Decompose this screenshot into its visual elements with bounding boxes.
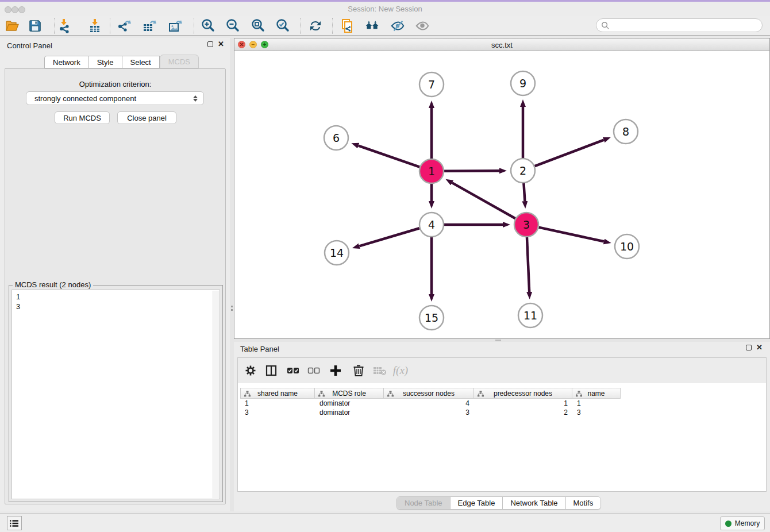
table-cell[interactable]: 1 <box>474 399 572 408</box>
zoom-selected-icon[interactable] <box>275 18 290 33</box>
network-window-titlebar[interactable]: ✕ − + scc.txt <box>234 38 769 51</box>
graph-node-label-6: 6 <box>333 132 340 144</box>
table-cell[interactable]: 1 <box>240 399 315 408</box>
network-view[interactable]: 7968124314101511 <box>234 51 769 338</box>
tab-node-table[interactable]: Node Table <box>397 497 450 509</box>
table-cell[interactable]: dominator <box>315 408 384 417</box>
duplicate-network-icon[interactable] <box>340 18 355 33</box>
table-cell[interactable]: 3 <box>572 408 621 417</box>
table-row[interactable]: 3dominator323 <box>240 408 621 417</box>
export-table-icon[interactable] <box>142 18 157 33</box>
table-cell[interactable]: 4 <box>384 399 474 408</box>
table-cell[interactable]: 1 <box>572 399 621 408</box>
tab-mcds[interactable]: MCDS <box>160 55 199 68</box>
close-panel-icon[interactable]: ✕ <box>218 41 224 47</box>
tab-edge-table[interactable]: Edge Table <box>450 497 503 509</box>
memory-button[interactable]: Memory <box>720 516 765 530</box>
graph-node-label-8: 8 <box>622 125 629 138</box>
zoom-fit-icon[interactable] <box>251 18 265 33</box>
memory-label: Memory <box>735 519 760 527</box>
vertical-splitter[interactable] <box>230 38 234 511</box>
network-window-title: scc.txt <box>234 41 769 49</box>
graph-edge-4-14[interactable] <box>359 228 419 246</box>
column-header-MCDS-role[interactable]: MCDS role <box>315 388 384 399</box>
graph-edge-3-11[interactable] <box>527 237 529 292</box>
task-history-button[interactable] <box>7 516 22 530</box>
graph-edge-1-2[interactable] <box>444 171 499 171</box>
toolbar-separator <box>194 18 194 34</box>
import-network-icon[interactable] <box>57 18 72 33</box>
float-panel-icon[interactable] <box>207 41 213 47</box>
column-header-predecessor-nodes[interactable]: predecessor nodes <box>474 388 572 399</box>
mcds-result-group: MCDS result (2 nodes) 1 3 <box>9 285 223 502</box>
mcds-result-textarea[interactable]: 1 3 <box>11 290 220 499</box>
float-table-panel-icon[interactable] <box>746 345 752 350</box>
graph-node-label-10: 10 <box>620 240 634 253</box>
deselect-all-icon[interactable] <box>306 363 321 378</box>
search-box[interactable] <box>596 18 763 32</box>
search-input[interactable] <box>610 21 762 30</box>
table-row[interactable]: 1dominator411 <box>240 399 621 408</box>
graph-node-label-3: 3 <box>523 218 530 231</box>
tab-motifs[interactable]: Motifs <box>565 497 601 509</box>
select-all-icon[interactable] <box>286 363 301 378</box>
delete-table-icon <box>372 363 387 378</box>
network-window: ✕ − + scc.txt 7968124314101511 <box>234 38 770 339</box>
graph-edge-2-8[interactable] <box>535 140 604 167</box>
control-panel-title: Control Panel <box>7 41 52 50</box>
app-titlebar: Session: New Session <box>0 2 770 16</box>
add-column-icon[interactable] <box>328 363 343 378</box>
mcds-result-title: MCDS result (2 nodes) <box>13 280 93 289</box>
table-settings-icon[interactable] <box>243 363 258 378</box>
graph-node-label-11: 11 <box>523 309 537 322</box>
run-mcds-button[interactable]: Run MCDS <box>55 111 110 124</box>
graph-edge-3-10[interactable] <box>538 228 603 242</box>
search-icon <box>601 21 610 30</box>
node-table-body: 1dominator4113dominator323 <box>240 399 621 417</box>
graph-node-label-9: 9 <box>519 77 526 90</box>
node-table[interactable]: shared nameMCDS rolesuccessor nodesprede… <box>240 388 621 417</box>
graph-edge-2-3[interactable] <box>523 183 525 201</box>
show-all-icon[interactable] <box>415 18 430 33</box>
zoom-in-icon[interactable] <box>201 18 215 33</box>
column-header-shared-name[interactable]: shared name <box>240 388 315 399</box>
column-header-name[interactable]: name <box>572 388 621 399</box>
network-graph: 7968124314101511 <box>234 51 769 338</box>
table-cell[interactable]: dominator <box>315 399 384 408</box>
mcds-tab-pane: Optimization criterion: strongly connect… <box>5 68 226 504</box>
table-cell[interactable]: 2 <box>474 408 572 417</box>
app-title: Session: New Session <box>0 5 770 13</box>
table-panel-tabs: Node TableEdge TableNetwork TableMotifs <box>396 496 601 510</box>
toolbar-separator <box>110 18 110 34</box>
table-cell[interactable]: 3 <box>240 408 315 417</box>
tab-network-table[interactable]: Network Table <box>502 497 565 509</box>
export-network-icon[interactable] <box>117 18 132 33</box>
memory-status-icon <box>725 521 732 527</box>
toolbar-separator <box>54 18 55 34</box>
open-session-icon[interactable] <box>5 18 20 33</box>
toolbar-separator <box>332 18 333 34</box>
table-cell[interactable]: 3 <box>384 408 474 417</box>
tab-network[interactable]: Network <box>44 56 89 68</box>
first-neighbors-icon[interactable] <box>365 18 380 33</box>
main-toolbar <box>0 16 770 36</box>
graph-node-label-4: 4 <box>428 218 435 231</box>
column-browser-icon[interactable] <box>264 363 279 378</box>
refresh-network-icon[interactable] <box>308 18 323 33</box>
zoom-out-icon[interactable] <box>225 18 240 33</box>
graph-node-label-15: 15 <box>425 311 438 324</box>
graph-edge-3-1[interactable] <box>452 183 515 218</box>
graph-edge-1-6[interactable] <box>359 146 420 167</box>
mcds-result-scrollbar[interactable] <box>213 291 219 498</box>
save-session-icon[interactable] <box>28 18 43 33</box>
criterion-select[interactable]: strongly connected component <box>26 91 204 105</box>
column-header-successor-nodes[interactable]: successor nodes <box>384 388 474 399</box>
delete-column-icon[interactable] <box>351 363 366 378</box>
export-image-icon[interactable] <box>168 18 183 33</box>
close-table-panel-icon[interactable]: ✕ <box>756 345 763 350</box>
tab-style[interactable]: Style <box>89 56 122 68</box>
import-table-icon[interactable] <box>87 18 102 33</box>
tab-select[interactable]: Select <box>122 56 160 68</box>
close-panel-button[interactable]: Close panel <box>117 111 176 124</box>
hide-selected-icon[interactable] <box>390 18 405 33</box>
